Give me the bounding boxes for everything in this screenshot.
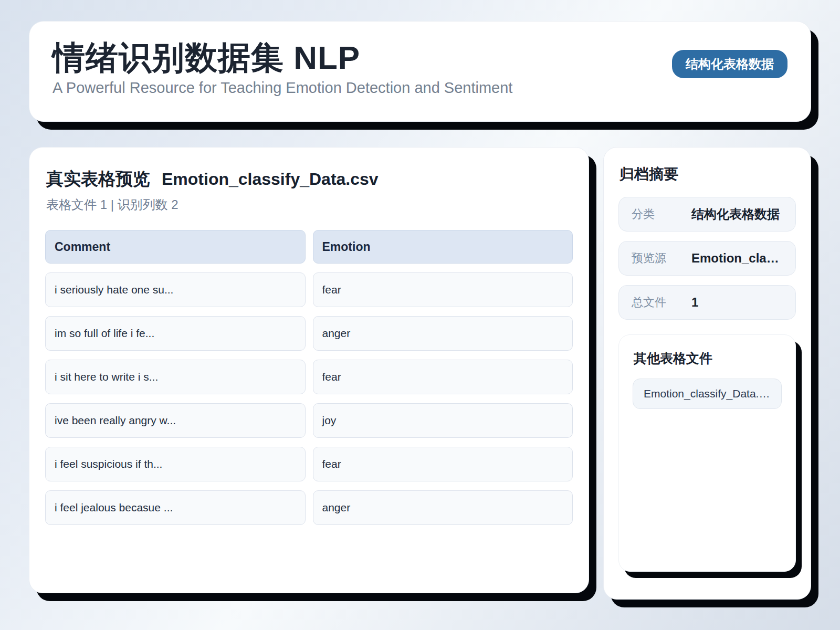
preview-meta: 表格文件 1 | 识别列数 2 <box>45 196 573 213</box>
category-badge: 结构化表格数据 <box>672 50 788 78</box>
page: 情绪识别数据集 NLP A Powerful Resource for Teac… <box>0 0 840 600</box>
other-files-title: 其他表格文件 <box>633 350 782 367</box>
table-cell-r5-c1: anger <box>313 490 573 525</box>
preview-filename: Emotion_classify_Data.csv <box>162 170 379 189</box>
preview-title-row: 真实表格预览 Emotion_classify_Data.csv <box>45 167 573 191</box>
other-files-card: 其他表格文件 Emotion_classify_Data.csv <box>618 334 796 572</box>
table-cell-r1-c1: anger <box>313 316 573 351</box>
table-cell-r3-c1: joy <box>313 403 573 438</box>
column-header-comment: Comment <box>45 230 306 264</box>
table-cell-r3-c0: ive been really angry w... <box>45 403 306 438</box>
summary-value: 结构化表格数据 <box>691 206 783 223</box>
data-table: CommentEmotioni seriously hate one su...… <box>45 230 573 525</box>
other-files-list: Emotion_classify_Data.csv <box>633 379 782 409</box>
page-title: 情绪识别数据集 NLP <box>52 38 512 77</box>
page-subtitle: A Powerful Resource for Teaching Emotion… <box>52 79 512 97</box>
table-cell-r2-c0: i sit here to write i s... <box>45 360 306 394</box>
table-cell-r1-c0: im so full of life i fe... <box>45 316 306 351</box>
table-cell-r2-c1: fear <box>313 360 573 394</box>
summary-list: 分类结构化表格数据预览源Emotion_classify_Data.csv总文件… <box>618 197 796 320</box>
file-item-0[interactable]: Emotion_classify_Data.csv <box>633 379 782 409</box>
summary-value: Emotion_classify_Data.csv <box>691 251 783 266</box>
table-cell-r0-c0: i seriously hate one su... <box>45 272 306 307</box>
header-text-block: 情绪识别数据集 NLP A Powerful Resource for Teac… <box>52 38 512 97</box>
preview-title: 真实表格预览 <box>46 167 150 191</box>
table-cell-r4-c1: fear <box>313 447 573 481</box>
summary-label: 分类 <box>632 206 691 222</box>
summary-item-1: 预览源Emotion_classify_Data.csv <box>618 241 796 276</box>
table-cell-r4-c0: i feel suspicious if th... <box>45 447 306 481</box>
summary-title: 归档摘要 <box>618 164 796 184</box>
table-cell-r0-c1: fear <box>313 272 573 307</box>
summary-value: 1 <box>691 295 783 310</box>
summary-label: 总文件 <box>632 295 691 310</box>
summary-sidebar-card: 归档摘要 分类结构化表格数据预览源Emotion_classify_Data.c… <box>603 147 811 600</box>
summary-item-2: 总文件1 <box>618 285 796 320</box>
table-cell-r5-c0: i feel jealous becasue ... <box>45 490 306 525</box>
header-card: 情绪识别数据集 NLP A Powerful Resource for Teac… <box>29 21 811 122</box>
summary-label: 预览源 <box>632 250 691 266</box>
content-row: 真实表格预览 Emotion_classify_Data.csv 表格文件 1 … <box>29 147 811 600</box>
column-header-emotion: Emotion <box>313 230 573 264</box>
table-preview-card: 真实表格预览 Emotion_classify_Data.csv 表格文件 1 … <box>29 147 589 593</box>
summary-item-0: 分类结构化表格数据 <box>618 197 796 232</box>
